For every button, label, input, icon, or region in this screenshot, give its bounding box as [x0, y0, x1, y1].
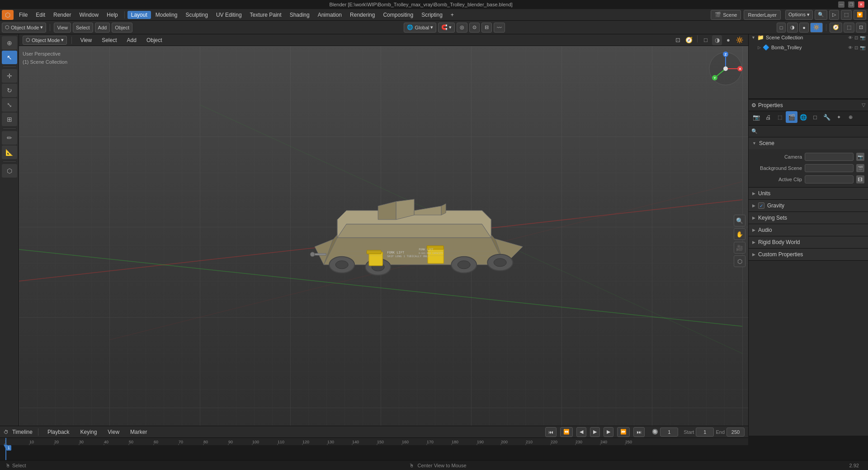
- prop-val-bg-scene[interactable]: [805, 164, 854, 172]
- viewport-shading-solid[interactable]: ◑: [787, 23, 798, 33]
- prop-icon-output[interactable]: 🖨: [762, 111, 774, 123]
- tl-play[interactable]: ▶: [590, 427, 600, 437]
- workspace-texture-paint[interactable]: Texture Paint: [246, 11, 285, 19]
- outliner-item-bomb-trolley[interactable]: ▷ 🔷 Bomb_Trolley 👁 ⊡ 📷: [749, 42, 868, 52]
- tl-jump-end[interactable]: ⏭: [633, 427, 645, 437]
- maximize-btn[interactable]: ❐: [848, 1, 854, 8]
- prop-icon-modifier[interactable]: 🔧: [821, 111, 833, 123]
- tl-prev-key[interactable]: ⏪: [560, 427, 573, 437]
- workspace-sculpting[interactable]: Sculpting: [182, 11, 212, 19]
- vp-view-btn[interactable]: View: [76, 36, 95, 44]
- tool-scale[interactable]: ⤡: [2, 98, 17, 112]
- menu-help[interactable]: Help: [103, 11, 122, 19]
- mode-dropdown[interactable]: ⬡ Object Mode ▾: [2, 23, 46, 33]
- tool-move[interactable]: ✛: [2, 69, 17, 83]
- workspace-rendering[interactable]: Rendering: [346, 11, 378, 19]
- vp-icon-gizmo[interactable]: 🧭: [684, 35, 694, 45]
- blender-logo[interactable]: ⬡: [2, 10, 14, 20]
- vp-add-btn[interactable]: Add: [123, 36, 140, 44]
- prop-icon-viewlayer[interactable]: ⬚: [774, 111, 786, 123]
- vp-select-btn[interactable]: Select: [98, 36, 120, 44]
- add-menu-btn[interactable]: Add: [95, 23, 110, 33]
- vp-camera-view[interactable]: 🎥: [734, 242, 745, 254]
- end-frame-input[interactable]: 250: [726, 428, 745, 437]
- properties-options[interactable]: ▽: [862, 102, 865, 108]
- item-eye[interactable]: 👁: [848, 45, 853, 50]
- workspace-scripting[interactable]: Scripting: [418, 11, 446, 19]
- menu-window[interactable]: Window: [75, 11, 102, 19]
- prop-section-scene-header[interactable]: ▼ Scene: [749, 137, 868, 149]
- prop-search-input[interactable]: [760, 129, 865, 134]
- tool-transform[interactable]: ⊞: [2, 113, 17, 126]
- scene-selector[interactable]: 🎬 Scene: [711, 10, 741, 20]
- nav-gizmo[interactable]: Z X Y: [708, 51, 744, 87]
- tool-add[interactable]: ⬡: [2, 164, 17, 178]
- close-btn[interactable]: ✕: [858, 1, 864, 8]
- prop-icon-render[interactable]: 📷: [750, 111, 762, 123]
- vp-shading-mat[interactable]: ●: [723, 35, 733, 45]
- prop-icon-object[interactable]: □: [809, 111, 821, 123]
- prop-val-camera[interactable]: [805, 153, 854, 161]
- item-render[interactable]: 📷: [860, 45, 865, 50]
- tool-select-box[interactable]: ↖: [2, 51, 17, 64]
- tool-measure[interactable]: 📐: [2, 146, 17, 159]
- tl-next-frame[interactable]: ▶: [604, 427, 613, 437]
- prop-val-active-clip[interactable]: [805, 175, 854, 183]
- 3d-viewport[interactable]: FORK LIFT SHIP LONG 1 TUBICALLY ONLY FOR…: [19, 46, 748, 436]
- prop-section-keying-header[interactable]: ▶ Keying Sets: [749, 212, 868, 224]
- gravity-checkbox[interactable]: ✓: [758, 202, 764, 209]
- menu-edit[interactable]: Edit: [32, 11, 49, 19]
- view-menu-btn[interactable]: View: [54, 23, 71, 33]
- vp-shading-solid[interactable]: ◑: [712, 35, 722, 45]
- workspace-compositing[interactable]: Compositing: [379, 11, 417, 19]
- prop-section-custom-header[interactable]: ▶ Custom Properties: [749, 249, 868, 260]
- minimize-btn[interactable]: —: [838, 1, 844, 8]
- vp-shading-render[interactable]: 🔆: [735, 35, 745, 45]
- workspace-add[interactable]: +: [447, 11, 458, 19]
- overlay-btn[interactable]: ⬚: [844, 23, 854, 33]
- vp-header-mode[interactable]: ⬡ Object Mode ▾: [23, 36, 67, 45]
- tool-cursor[interactable]: ⊕: [2, 36, 17, 50]
- transform-pivot-btn[interactable]: ⊙: [469, 23, 480, 33]
- tool-annotate[interactable]: ✏: [2, 131, 17, 145]
- viewport-shading-wire[interactable]: □: [777, 23, 786, 33]
- annotation-btn[interactable]: 〰: [494, 23, 505, 33]
- prop-active-clip-icon[interactable]: 🎞: [856, 175, 864, 183]
- prop-section-gravity-header[interactable]: ▶ ✓ Gravity: [749, 200, 868, 212]
- vp-shading-wire[interactable]: □: [701, 35, 711, 45]
- prop-camera-icon[interactable]: 📷: [856, 153, 864, 161]
- vp-zoom-in[interactable]: 🔍: [734, 215, 745, 226]
- workspace-modeling[interactable]: Modeling: [152, 11, 181, 19]
- tl-jump-start[interactable]: ⏮: [545, 427, 557, 437]
- topbar-icon1[interactable]: 🔍: [815, 10, 827, 20]
- snap-btn[interactable]: 🧲 ▾: [438, 23, 455, 33]
- timeline-scrubber[interactable]: 1 10 20 30 40 50 60 70 80 90 100 110 120…: [0, 438, 748, 461]
- workspace-animation[interactable]: Animation: [314, 11, 345, 19]
- tl-marker-btn[interactable]: Marker: [127, 428, 151, 436]
- prop-icon-particles[interactable]: ✦: [833, 111, 844, 123]
- topbar-icon2[interactable]: ▷: [829, 10, 839, 20]
- prop-icon-world[interactable]: 🌐: [797, 111, 809, 123]
- prop-icon-scene[interactable]: 🎬: [786, 111, 797, 123]
- xray-btn[interactable]: ⊡: [856, 23, 866, 33]
- workspace-shading[interactable]: Shading: [286, 11, 313, 19]
- workspace-uv-editing[interactable]: UV Editing: [212, 11, 245, 19]
- prop-section-rigid-body-header[interactable]: ▶ Rigid Body World: [749, 236, 868, 248]
- tl-playback-btn[interactable]: Playback: [44, 428, 73, 436]
- start-frame-input[interactable]: 1: [696, 428, 714, 437]
- scene-collection-eye[interactable]: 👁: [848, 35, 853, 40]
- current-frame-input[interactable]: 1: [660, 428, 678, 437]
- tl-prev-frame[interactable]: ◀: [576, 427, 586, 437]
- proportional-btn[interactable]: ◎: [457, 23, 467, 33]
- viewport-shading-material[interactable]: ●: [799, 23, 809, 33]
- viewport-shading-render[interactable]: 🔆: [810, 23, 823, 33]
- prop-section-audio-header[interactable]: ▶ Audio: [749, 224, 868, 236]
- workspace-layout[interactable]: Layout: [127, 11, 151, 19]
- tl-view-btn[interactable]: View: [104, 428, 123, 436]
- prop-icon-physics[interactable]: ⊕: [844, 111, 856, 123]
- vp-iso-view[interactable]: ⬡: [734, 255, 745, 267]
- item-sel[interactable]: ⊡: [854, 45, 858, 50]
- vp-object-btn[interactable]: Object: [143, 36, 166, 44]
- renderlayer-selector[interactable]: RenderLayer: [744, 10, 781, 20]
- vp-icon-overlay[interactable]: ⊡: [673, 35, 683, 45]
